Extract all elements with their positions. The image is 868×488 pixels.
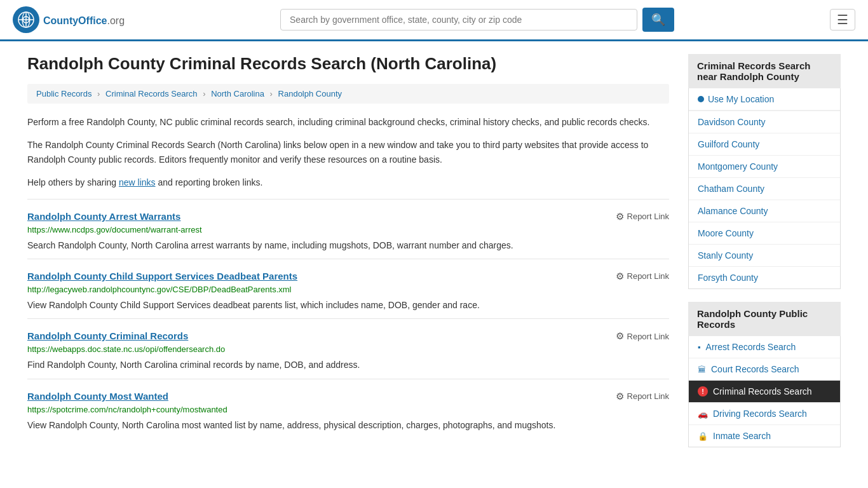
sidebar-court-link[interactable]: 🏛 Court Records Search	[689, 358, 840, 380]
listing-header: Randolph County Most Wanted ⚙ Report Lin…	[27, 391, 669, 402]
report-link-3[interactable]: ⚙ Report Link	[616, 330, 669, 342]
sidebar-driving-records[interactable]: 🚗 Driving Records Search	[689, 403, 840, 425]
nearby-county-link-3[interactable]: Montgomery County	[689, 156, 840, 177]
sidebar-public-records-heading: Randolph County Public Records	[688, 302, 841, 336]
listing-url-1: https://www.ncdps.gov/document/warrant-a…	[27, 225, 669, 234]
nearby-list: Use My Location Davidson County Guilford…	[688, 88, 841, 289]
listing-title-3[interactable]: Randolph County Criminal Records	[27, 330, 188, 341]
listing-url-2: http://legacyweb.randolphcountync.gov/CS…	[27, 285, 669, 294]
nearby-county-link-2[interactable]: Guilford County	[689, 133, 840, 155]
sidebar-criminal-records[interactable]: ! Criminal Records Search	[689, 381, 840, 403]
driving-icon: 🚗	[698, 409, 708, 419]
nearby-county-link-5[interactable]: Alamance County	[689, 200, 840, 222]
nearby-county-link-7[interactable]: Stanly County	[689, 245, 840, 266]
description-3: Help others by sharing new links and rep…	[27, 175, 669, 189]
criminal-icon: !	[698, 386, 708, 396]
listing-item: Randolph County Child Support Services D…	[27, 259, 669, 318]
breadcrumb-sep-1: ›	[97, 89, 100, 98]
sidebar-criminal-link[interactable]: ! Criminal Records Search	[689, 381, 840, 402]
breadcrumb-randolph[interactable]: Randolph County	[278, 89, 342, 98]
inmate-icon: 🔒	[698, 431, 708, 441]
description-2: The Randolph County Criminal Records Sea…	[27, 138, 669, 166]
page-title: Randolph County Criminal Records Search …	[27, 54, 669, 74]
report-label-2: Report Link	[627, 271, 669, 281]
sidebar-driving-label: Driving Records Search	[713, 409, 807, 419]
sidebar-arrest-label: Arrest Records Search	[706, 342, 796, 352]
listing-header: Randolph County Criminal Records ⚙ Repor…	[27, 330, 669, 342]
nearby-county-link-8[interactable]: Forsyth County	[689, 267, 840, 288]
arrest-icon: ▪	[698, 342, 701, 352]
nearby-county-item[interactable]: Alamance County	[689, 200, 840, 222]
page-container: Randolph County Criminal Records Search …	[15, 41, 853, 473]
use-my-location[interactable]: Use My Location	[689, 88, 840, 111]
location-dot-icon	[698, 96, 704, 102]
use-my-location-label: Use My Location	[708, 94, 774, 104]
sidebar-public-records-list: ▪ Arrest Records Search 🏛 Court Records …	[688, 336, 841, 447]
sidebar-arrest-link[interactable]: ▪ Arrest Records Search	[689, 336, 840, 358]
new-links-link[interactable]: new links	[119, 177, 156, 187]
listing-title-2[interactable]: Randolph County Child Support Services D…	[27, 271, 297, 281]
nearby-county-item[interactable]: Guilford County	[689, 133, 840, 156]
nearby-county-item[interactable]: Stanly County	[689, 245, 840, 267]
listing-url-3: https://webapps.doc.state.nc.us/opi/offe…	[27, 344, 669, 354]
listing-title-4[interactable]: Randolph County Most Wanted	[27, 391, 168, 402]
sidebar-inmate-link[interactable]: 🔒 Inmate Search	[689, 425, 840, 447]
sidebar-court-records[interactable]: 🏛 Court Records Search	[689, 358, 840, 381]
sidebar-court-label: Court Records Search	[711, 364, 799, 374]
sidebar-inmate-search[interactable]: 🔒 Inmate Search	[689, 425, 840, 447]
listing-header: Randolph County Child Support Services D…	[27, 271, 669, 282]
listing-desc-4: View Randolph County, North Carolina mos…	[27, 418, 669, 432]
nearby-county-link-1[interactable]: Davidson County	[689, 111, 840, 133]
logo-area: CountyOffice.org	[13, 6, 125, 33]
listing-desc-2: View Randolph County Child Support Servi…	[27, 298, 669, 312]
sidebar: Criminal Records Search near Randolph Co…	[688, 54, 841, 460]
logo-suffix: .org	[107, 15, 125, 26]
nearby-county-link-6[interactable]: Moore County	[689, 222, 840, 244]
sidebar-driving-link[interactable]: 🚗 Driving Records Search	[689, 403, 840, 424]
nearby-county-item[interactable]: Chatham County	[689, 178, 840, 200]
description-1: Perform a free Randolph County, NC publi…	[27, 115, 669, 129]
report-link-2[interactable]: ⚙ Report Link	[616, 271, 669, 282]
report-icon-1: ⚙	[616, 211, 624, 222]
report-link-1[interactable]: ⚙ Report Link	[616, 211, 669, 222]
hamburger-button[interactable]: ☰	[830, 9, 855, 30]
report-icon-3: ⚙	[616, 330, 624, 342]
report-link-4[interactable]: ⚙ Report Link	[616, 391, 669, 402]
listing-title-1[interactable]: Randolph County Arrest Warrants	[27, 211, 180, 222]
search-area: 🔍	[280, 8, 674, 32]
breadcrumb-sep-3: ›	[270, 89, 273, 98]
breadcrumb-criminal-records[interactable]: Criminal Records Search	[105, 89, 198, 98]
sidebar-arrest-records[interactable]: ▪ Arrest Records Search	[689, 336, 840, 358]
nearby-county-item[interactable]: Moore County	[689, 222, 840, 245]
nearby-county-item[interactable]: Montgomery County	[689, 156, 840, 178]
sidebar-criminal-label: Criminal Records Search	[713, 386, 812, 396]
sidebar-nearby-section: Criminal Records Search near Randolph Co…	[688, 54, 841, 289]
listing-item: Randolph County Criminal Records ⚙ Repor…	[27, 318, 669, 378]
breadcrumb: Public Records › Criminal Records Search…	[27, 84, 669, 104]
nearby-county-item[interactable]: Davidson County	[689, 111, 840, 133]
listing-url-4: https://spotcrime.com/nc/randolph+county…	[27, 405, 669, 414]
listing-header: Randolph County Arrest Warrants ⚙ Report…	[27, 211, 669, 222]
report-label-1: Report Link	[627, 212, 669, 221]
search-input[interactable]	[280, 9, 637, 30]
listing-desc-1: Search Randolph County, North Carolina a…	[27, 238, 669, 252]
main-content: Randolph County Criminal Records Search …	[27, 54, 669, 460]
logo-icon	[13, 6, 39, 33]
use-my-location-item[interactable]: Use My Location	[689, 88, 840, 111]
sidebar-public-records-section: Randolph County Public Records ▪ Arrest …	[688, 302, 841, 447]
breadcrumb-public-records[interactable]: Public Records	[36, 89, 92, 98]
report-label-4: Report Link	[627, 391, 669, 401]
desc3-pre: Help others by sharing	[27, 177, 119, 187]
nearby-county-link-4[interactable]: Chatham County	[689, 178, 840, 200]
breadcrumb-sep-2: ›	[203, 89, 205, 98]
nearby-county-item[interactable]: Forsyth County	[689, 267, 840, 288]
sidebar-inmate-label: Inmate Search	[713, 431, 771, 441]
search-button[interactable]: 🔍	[642, 8, 674, 32]
report-icon-2: ⚙	[616, 271, 624, 282]
breadcrumb-nc[interactable]: North Carolina	[211, 89, 264, 98]
listing-desc-3: Find Randolph County, North Carolina cri…	[27, 358, 669, 372]
sidebar-nearby-heading: Criminal Records Search near Randolph Co…	[688, 54, 841, 88]
logo-text: CountyOffice.org	[43, 11, 125, 28]
report-label-3: Report Link	[627, 332, 669, 341]
site-header: CountyOffice.org 🔍 ☰	[0, 0, 868, 41]
